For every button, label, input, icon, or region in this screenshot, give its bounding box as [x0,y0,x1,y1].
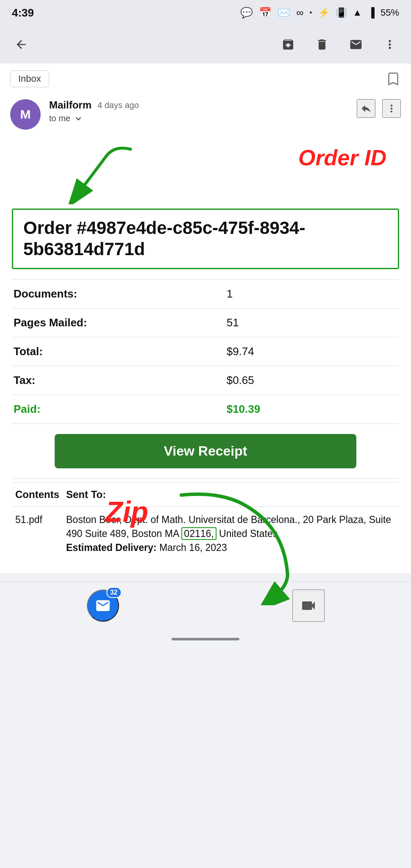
sender-info: Mailform 4 days ago to me [49,99,348,123]
back-button[interactable] [10,33,32,56]
sender-row: M Mailform 4 days ago to me [0,92,411,136]
email-body: Order ID Order #4987e4de-c85c-475f-8934-… [0,136,411,573]
inbox-row: Inbox [0,64,411,92]
total-label: Total: [12,337,225,366]
more-sender-options-button[interactable] [382,99,401,118]
wifi-icon: ▲ [353,7,362,18]
estimated-delivery-label: Estimated Delivery: [66,542,156,553]
total-value: $9.74 [225,337,399,366]
order-details-table: Documents: 1 Pages Mailed: 51 Total: $9.… [12,279,399,424]
delete-button[interactable] [311,33,333,56]
toolbar-left [10,33,32,56]
sender-name-row: Mailform 4 days ago [49,99,348,111]
pages-row: Pages Mailed: 51 [12,308,399,337]
trash-icon [315,38,329,51]
order-id-arrow-svg [37,141,147,204]
tax-row: Tax: $0.65 [12,366,399,395]
sender-actions [357,99,401,118]
documents-row: Documents: 1 [12,279,399,308]
mark-unread-button[interactable] [345,33,367,56]
tax-value: $0.65 [225,366,399,395]
paid-value: $10.39 [225,395,399,423]
order-id-annotation: Order ID [12,141,399,209]
more-vertical-icon [383,38,397,51]
tax-label: Tax: [12,366,225,395]
chevron-down-icon [74,114,83,123]
home-bar [172,638,239,640]
pages-label: Pages Mailed: [12,308,225,337]
contents-column-header: Contents [12,482,63,506]
documents-value: 1 [225,279,399,308]
reply-icon [360,103,372,114]
pages-value: 51 [225,308,399,337]
bookmark-icon [386,71,401,86]
gmail-icon: ✉️ [278,7,290,19]
order-number-box: Order #4987e4de-c85c-475f-8934-5b63814d7… [12,209,399,269]
documents-label: Documents: [12,279,225,308]
order-id-annotation-label: Order ID [298,145,386,170]
sender-name: Mailform [49,99,92,111]
toolbar-right [277,33,401,56]
more-options-button[interactable] [379,33,401,56]
whatsapp-icon: 💬 [240,7,253,19]
reply-button[interactable] [357,99,375,118]
vibrate-icon: 📳 [336,7,347,18]
duo-icon: ∞ [296,7,303,19]
content-filename: 51.pdf [12,506,63,561]
email-container: Inbox M Mailform 4 days ago to me [0,64,411,573]
mail-button-container: 32 [87,590,119,622]
order-number: Order #4987e4de-c85c-475f-8934-5b63814d7… [23,218,305,259]
zip-annotation-label: Zip [105,495,148,528]
notification-dot: • [309,8,312,17]
to-me-label: to me [49,114,70,123]
email-toolbar [0,25,411,64]
contents-section: Zip Contents Sent To: [12,479,399,561]
calendar-icon: 📅 [259,7,272,19]
to-me-row[interactable]: to me [49,114,348,123]
status-icons: 💬 📅 ✉️ ∞ • ⚡ 📳 ▲ ▐ 55% [240,7,399,19]
archive-button[interactable] [277,33,299,56]
back-icon [14,38,28,51]
avatar: M [10,99,41,130]
total-row: Total: $9.74 [12,337,399,366]
paid-label: Paid: [12,395,225,423]
view-receipt-button[interactable]: View Receipt [55,434,357,468]
archive-icon [281,38,295,51]
sender-time: 4 days ago [97,100,139,110]
status-bar: 4:39 💬 📅 ✉️ ∞ • ⚡ 📳 ▲ ▐ 55% [0,0,411,25]
more-vertical-sender-icon [386,103,397,114]
inbox-badge: Inbox [10,70,49,87]
mail-badge-count: 32 [106,587,122,598]
bluetooth-icon: ⚡ [318,7,330,18]
status-time: 4:39 [12,6,34,19]
home-indicator [0,632,411,644]
battery-level: 55% [380,7,399,18]
zip-arrow-svg [156,487,317,605]
mail-icon [349,38,363,51]
gmail-fab-icon [95,598,111,614]
signal-icon: ▐ [368,7,375,18]
paid-row: Paid: $10.39 [12,395,399,423]
